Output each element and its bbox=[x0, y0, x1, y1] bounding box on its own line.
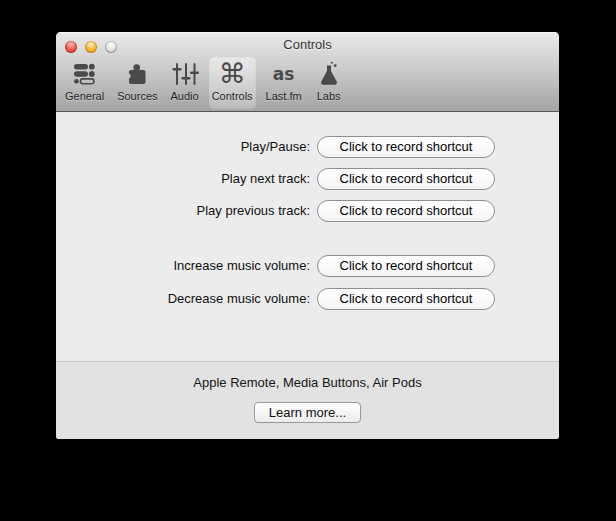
toolbar-tab-labs[interactable]: Labs bbox=[312, 57, 346, 109]
preferences-window: Controls General bbox=[56, 32, 559, 439]
minimize-button[interactable] bbox=[85, 41, 97, 53]
shortcut-label: Play next track: bbox=[221, 168, 310, 190]
record-shortcut-button[interactable]: Click to record shortcut bbox=[317, 288, 495, 310]
record-shortcut-button[interactable]: Click to record shortcut bbox=[317, 200, 495, 222]
shortcut-row-previous-track: Play previous track: Click to record sho… bbox=[56, 200, 559, 222]
toolbar-tab-lastfm[interactable]: as Last.fm bbox=[263, 57, 305, 109]
traffic-lights bbox=[65, 41, 117, 53]
shortcut-label: Play/Pause: bbox=[241, 136, 310, 158]
puzzle-icon bbox=[123, 58, 151, 90]
shortcut-row-play-pause: Play/Pause: Click to record shortcut bbox=[56, 136, 559, 158]
zoom-button-disabled bbox=[105, 41, 117, 53]
window-title: Controls bbox=[56, 32, 559, 57]
record-shortcut-button[interactable]: Click to record shortcut bbox=[317, 255, 495, 277]
tab-label: Sources bbox=[117, 90, 157, 103]
shortcut-label: Play previous track: bbox=[197, 200, 310, 222]
toolbar-tab-general[interactable]: General bbox=[62, 57, 107, 109]
lastfm-icon: as bbox=[273, 58, 295, 90]
shortcuts-panel: Play/Pause: Click to record shortcut Pla… bbox=[56, 112, 559, 361]
shortcut-label: Increase music volume: bbox=[173, 255, 310, 277]
toolbar-tab-audio[interactable]: Audio bbox=[168, 57, 202, 109]
learn-more-button[interactable]: Learn more... bbox=[254, 402, 361, 423]
footer-panel: Apple Remote, Media Buttons, Air Pods Le… bbox=[56, 361, 559, 439]
record-shortcut-button[interactable]: Click to record shortcut bbox=[317, 136, 495, 158]
toolbar: General Sources bbox=[62, 57, 346, 109]
shortcut-row-increase-volume: Increase music volume: Click to record s… bbox=[56, 255, 559, 277]
command-icon: ⌘ bbox=[219, 58, 246, 90]
tab-label: Labs bbox=[317, 90, 341, 103]
toolbar-tab-controls[interactable]: ⌘ Controls bbox=[209, 57, 256, 109]
tab-label: Audio bbox=[171, 90, 199, 103]
toolbar-tab-sources[interactable]: Sources bbox=[114, 57, 160, 109]
flask-icon bbox=[315, 58, 343, 90]
shortcut-label: Decrease music volume: bbox=[168, 288, 310, 310]
titlebar[interactable]: Controls bbox=[56, 32, 559, 57]
tab-label: Last.fm bbox=[266, 90, 302, 103]
sliders-icon bbox=[171, 58, 199, 90]
tab-label: General bbox=[65, 90, 104, 103]
tab-label: Controls bbox=[212, 90, 253, 103]
close-button[interactable] bbox=[65, 41, 77, 53]
window-chrome: Controls General bbox=[56, 32, 559, 112]
record-shortcut-button[interactable]: Click to record shortcut bbox=[317, 168, 495, 190]
footer-text: Apple Remote, Media Buttons, Air Pods bbox=[56, 375, 559, 391]
shortcut-row-next-track: Play next track: Click to record shortcu… bbox=[56, 168, 559, 190]
shortcut-row-decrease-volume: Decrease music volume: Click to record s… bbox=[56, 288, 559, 310]
list-icon bbox=[71, 58, 99, 90]
